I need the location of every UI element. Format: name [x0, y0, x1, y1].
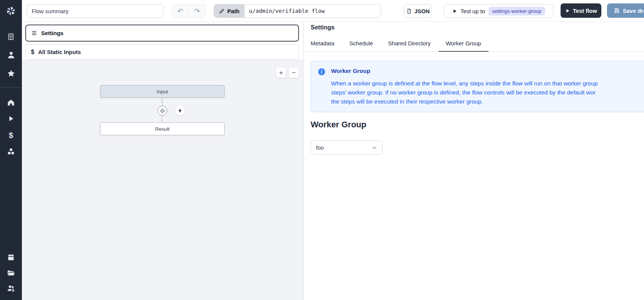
undo-button[interactable]: ↶: [172, 5, 189, 17]
zoom-in-button[interactable]: +: [276, 68, 286, 78]
settings-tabs: Metadata Schedule Shared Directory Worke…: [304, 36, 644, 52]
sliders-icon: [31, 30, 37, 36]
path-control: Path: [214, 4, 381, 18]
dollar-icon: $: [31, 49, 34, 56]
zoom-out-button[interactable]: −: [289, 68, 299, 78]
settings-panel-title: Settings: [311, 24, 334, 31]
flow-summary-input[interactable]: [27, 4, 163, 18]
folders-icon[interactable]: [6, 268, 16, 278]
flow-canvas[interactable]: Input Result +: [22, 60, 303, 300]
info-text-line: When a worker group is defined at the fl…: [331, 79, 598, 88]
info-content: Worker Group When a worker group is defi…: [331, 67, 598, 106]
variables-dollar-icon[interactable]: $: [6, 130, 16, 141]
schedules-calendar-icon[interactable]: [6, 252, 16, 263]
tab-shared-directory[interactable]: Shared Directory: [382, 36, 437, 51]
flow-graph-panel: Settings $ All Static Inputs Input: [22, 22, 304, 300]
flow-editor-window: $: [0, 0, 644, 300]
worker-group-selected-value: foo: [316, 144, 324, 151]
plus-cross-icon: [160, 108, 165, 114]
history-buttons: ↶ ↷: [172, 4, 206, 18]
input-node-label: Input: [157, 89, 168, 94]
undo-icon: ↶: [177, 7, 183, 15]
flow-settings-button[interactable]: Settings: [25, 25, 299, 42]
test-up-to-button[interactable]: Test up to settings-worker-group: [444, 4, 553, 18]
trigger-button[interactable]: [175, 106, 185, 116]
all-static-inputs-button[interactable]: $ All Static Inputs: [25, 44, 299, 60]
sidebar: $: [0, 0, 22, 300]
top-toolbar: ↶ ↷ Path JSON: [22, 0, 644, 22]
play-icon: [452, 9, 457, 14]
workspace-icon[interactable]: [6, 31, 16, 42]
favorites-star-icon[interactable]: [6, 68, 16, 79]
info-icon: [317, 68, 326, 106]
plus-icon: +: [279, 69, 283, 77]
save-draft-label: Save draft: [623, 8, 644, 14]
tab-worker-group[interactable]: Worker Group: [440, 36, 487, 51]
json-label: JSON: [414, 8, 430, 14]
info-text-line: steps' worker group. If no worker group …: [331, 88, 598, 97]
result-node-label: Result: [155, 126, 169, 132]
worker-group-select[interactable]: foo: [311, 141, 382, 155]
redo-button[interactable]: ↷: [189, 5, 206, 17]
save-draft-button[interactable]: Save draft: [607, 3, 644, 18]
groups-users-gear-icon[interactable]: [6, 283, 16, 294]
test-flow-label: Test flow: [573, 8, 597, 14]
tab-metadata[interactable]: Metadata: [311, 36, 340, 51]
resources-boxes-icon[interactable]: [6, 146, 16, 157]
worker-group-info-box: Worker Group When a worker group is defi…: [311, 61, 644, 112]
file-json-icon: [406, 8, 412, 14]
settings-panel: Settings Metadata Schedule Shared Direct…: [304, 22, 644, 300]
pencil-icon: [219, 8, 225, 14]
test-up-to-step-badge[interactable]: settings-worker-group: [488, 7, 545, 15]
result-node[interactable]: Result: [100, 122, 225, 135]
all-static-inputs-label: All Static Inputs: [38, 49, 81, 55]
json-button[interactable]: JSON: [404, 4, 432, 18]
path-input[interactable]: [245, 5, 381, 17]
play-icon: [565, 8, 570, 13]
sidebar-divider: [0, 87, 22, 88]
redo-icon: ↷: [194, 7, 200, 15]
worker-group-section-title: Worker Group: [311, 120, 367, 130]
path-label: Path: [227, 8, 240, 14]
flow-settings-label: Settings: [41, 30, 63, 36]
info-title: Worker Group: [331, 68, 598, 74]
add-step-button[interactable]: [157, 106, 167, 116]
info-text-line: the steps will be executed in their resp…: [331, 97, 598, 106]
chevron-down-icon: [371, 144, 378, 151]
test-flow-button[interactable]: Test flow: [561, 3, 601, 18]
test-up-to-label: Test up to: [461, 8, 485, 14]
input-node[interactable]: Input: [100, 85, 225, 98]
tab-schedule[interactable]: Schedule: [344, 36, 379, 51]
minus-icon: −: [292, 69, 296, 77]
runs-play-icon[interactable]: [6, 113, 16, 124]
home-icon[interactable]: [6, 97, 16, 108]
windmill-logo-icon[interactable]: [5, 5, 17, 17]
path-edit-button[interactable]: Path: [214, 5, 245, 17]
save-icon: [614, 8, 620, 14]
user-icon[interactable]: [6, 49, 16, 60]
lightning-bolt-icon: [177, 108, 183, 113]
